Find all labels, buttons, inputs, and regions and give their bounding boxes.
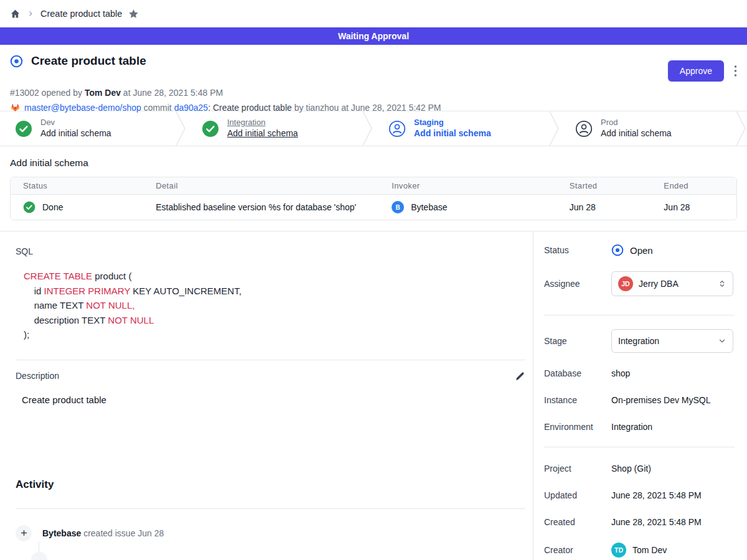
stage-prod[interactable]: ProdAdd initial schema [560,111,736,146]
issue-author: Tom Dev [85,88,121,98]
stage-task-label: Add initial schema [40,128,111,139]
issue-sidebar: Status Open Assignee JD Jerry DBA Stage [533,231,747,560]
timeline-next-node [31,552,47,560]
divider [544,315,735,315]
divider [544,447,735,447]
stage-task-label: Add initial schema [601,128,672,139]
issue-title: Create product table [31,54,146,68]
description-label: Description [16,371,59,381]
stage-integration[interactable]: IntegrationAdd initial schema [187,111,362,146]
task-ended: Jun 28 [664,195,736,220]
database-label: Database [544,368,611,378]
project-label: Project [544,464,611,474]
created-label: Created [544,517,611,527]
col-started: Started [570,177,664,195]
stage-staging[interactable]: StagingAdd initial schema [374,111,549,146]
assignee-avatar: JD [618,276,633,291]
environment-value: Integration [611,422,652,432]
creator-avatar: TD [611,543,626,558]
breadcrumb: Create product table [0,0,747,27]
pipeline-stage-bar: DevAdd initial schema IntegrationAdd ini… [0,111,747,146]
stage-dev[interactable]: DevAdd initial schema [0,111,176,146]
status-value: Open [611,244,653,256]
approval-banner: Waiting Approval [0,27,747,45]
col-ended: Ended [664,177,736,195]
col-status: Status [11,177,156,195]
open-circle-icon [10,55,23,68]
divider [16,508,525,509]
stage-separator [549,111,560,146]
stage-label: Stage [544,336,611,346]
approval-banner-text: Waiting Approval [338,31,409,41]
stage-select[interactable]: Integration [611,329,733,353]
stage-env-label: Dev [40,118,111,128]
invoker-avatar: B [392,201,404,213]
description-text: Create product table [22,394,525,405]
stage-separator [362,111,374,146]
assignee-value: Jerry DBA [639,279,712,289]
home-icon[interactable] [10,9,21,19]
updated-label: Updated [544,490,611,500]
check-circle-icon [202,120,219,138]
issue-meta: #13002 opened by Tom Dev at June 28, 202… [10,88,737,98]
approve-button[interactable]: Approve [668,60,724,82]
plus-icon [16,525,32,541]
task-section-title: Add initial schema [10,157,737,169]
task-table-row: Done Established baseline version %s for… [11,195,736,220]
task-table-header: Status Detail Invoker Started Ended [11,177,736,195]
chevron-down-icon [718,337,726,345]
task-started: Jun 28 [570,195,664,220]
status-label: Status [544,245,611,255]
issue-header: Create product table Approve #13002 open… [0,45,747,111]
task-detail: Established baseline version %s for data… [156,195,392,220]
activity-actor: Bytebase [42,528,81,538]
kebab-menu-icon[interactable] [734,65,737,77]
star-icon[interactable] [128,9,139,19]
col-detail: Detail [156,177,392,195]
timeline-line [39,541,39,552]
check-circle-icon [23,201,35,213]
stage-env-link[interactable]: Integration [227,118,298,128]
activity-action: created issue Jun 28 [81,528,164,538]
stage-env-label: Staging [414,118,491,128]
breadcrumb-page-title[interactable]: Create product table [40,9,122,19]
created-value: June 28, 2021 5:48 PM [611,517,702,527]
updated-value: June 28, 2021 5:48 PM [611,490,702,500]
sql-statement: CREATE TABLE product ( id INTEGER PRIMAR… [24,269,525,342]
stage-env-label: Prod [601,118,672,128]
pencil-icon[interactable] [515,371,525,381]
stage-separator [736,111,747,146]
stage-value: Integration [618,336,712,346]
sql-section-label: SQL [16,246,525,256]
stage-separator [176,111,187,146]
assignee-label: Assignee [544,279,611,289]
instance-value: On-premises Dev MySQL [611,395,710,405]
col-invoker: Invoker [392,177,570,195]
stage-task-label: Add initial schema [414,128,491,139]
task-invoker: Bytebase [411,202,447,212]
open-circle-icon [611,244,624,256]
task-table: Status Detail Invoker Started Ended Done… [10,177,737,220]
up-down-chevrons-icon [718,279,726,288]
project-value[interactable]: Shop (Git) [611,464,651,474]
person-circle-icon [575,120,593,138]
task-section: Add initial schema Status Detail Invoker… [0,146,747,231]
instance-label: Instance [544,395,611,405]
issue-detail-panel: SQL CREATE TABLE product ( id INTEGER PR… [0,231,533,560]
divider [16,360,525,360]
activity-item: Bytebase created issue Jun 28 [16,525,525,541]
database-value: shop [611,368,630,378]
environment-label: Environment [544,422,611,432]
assignee-select[interactable]: JD Jerry DBA [611,271,733,296]
task-status: Done [42,202,63,212]
chevron-right-icon [27,10,34,17]
creator-value: TD Tom Dev [611,543,667,558]
stage-task-link[interactable]: Add initial schema [227,128,298,139]
activity-title: Activity [16,478,525,491]
creator-label: Creator [544,545,611,555]
check-circle-icon [15,120,32,138]
person-circle-icon [388,120,406,138]
